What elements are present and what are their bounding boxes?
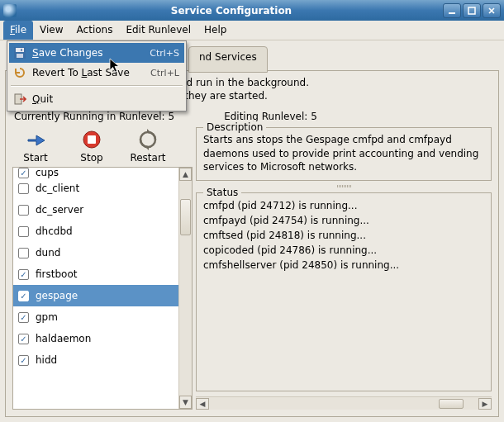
status-line: cmfpd (pid 24712) is running... bbox=[203, 198, 484, 213]
menu-actions[interactable]: Actions bbox=[70, 21, 120, 40]
service-label: firstboot bbox=[36, 268, 77, 280]
file-menu-dropdown: Save Changes Ctrl+S Revert To Last Save … bbox=[7, 40, 187, 111]
service-row-firstboot[interactable]: ✓firstboot bbox=[13, 263, 178, 285]
service-row-haldaemon[interactable]: ✓haldaemon bbox=[13, 328, 178, 349]
service-toolbar: Start Stop Restart bbox=[12, 127, 193, 167]
description-legend: Description bbox=[203, 121, 266, 133]
service-row-hidd[interactable]: ✓hidd bbox=[13, 349, 178, 371]
menu-item-label: Save Changes bbox=[32, 47, 145, 59]
stop-button[interactable]: Stop bbox=[72, 129, 112, 164]
svg-rect-1 bbox=[468, 7, 475, 14]
status-frame: Status cmfpd (pid 24712) is running...cm… bbox=[196, 192, 492, 391]
menu-item-label: Quit bbox=[32, 93, 179, 105]
description-text: Starts ans stops the Gespage cmfpd and c… bbox=[203, 133, 484, 173]
close-button[interactable] bbox=[483, 3, 501, 18]
checkbox[interactable]: ✓ bbox=[18, 355, 29, 366]
menu-view[interactable]: View bbox=[33, 21, 69, 40]
tab-panel: These services are started once and run … bbox=[5, 70, 499, 417]
exit-icon bbox=[12, 92, 27, 106]
checkbox[interactable]: ✓ bbox=[18, 291, 29, 301]
status-line: cmftsed (pid 24818) is running... bbox=[203, 228, 484, 243]
start-button[interactable]: Start bbox=[16, 129, 55, 164]
service-row-dund[interactable]: dund bbox=[13, 242, 178, 263]
service-row-dc_server[interactable]: dc_server bbox=[13, 199, 178, 220]
checkbox[interactable] bbox=[18, 226, 29, 237]
checkbox[interactable]: ✓ bbox=[18, 334, 29, 344]
menu-edit-runlevel[interactable]: Edit Runlevel bbox=[119, 21, 197, 40]
floppy-icon bbox=[12, 46, 27, 59]
status-legend: Status bbox=[203, 187, 241, 198]
scroll-up-button[interactable]: ▲ bbox=[179, 168, 192, 181]
checkbox[interactable] bbox=[18, 183, 29, 194]
service-row-dhcdbd[interactable]: dhcdbd bbox=[13, 220, 178, 242]
checkbox[interactable]: ✓ bbox=[18, 168, 29, 178]
menu-item-quit[interactable]: Quit bbox=[9, 89, 184, 109]
vertical-scrollbar[interactable]: ▲ ▼ bbox=[178, 168, 192, 409]
status-line: cmfshellserver (pid 24850) is running... bbox=[203, 258, 484, 273]
status-line: cmfpayd (pid 24754) is running... bbox=[203, 213, 484, 228]
svg-rect-8 bbox=[88, 135, 96, 144]
svg-rect-4 bbox=[17, 54, 23, 58]
scroll-down-button[interactable]: ▼ bbox=[179, 396, 192, 409]
service-label: dc_client bbox=[36, 183, 79, 194]
menu-item-revert[interactable]: Revert To Last Save Ctrl+L bbox=[9, 63, 184, 83]
description-frame: Description Starts ans stops the Gespage… bbox=[196, 127, 492, 181]
stop-icon bbox=[81, 129, 102, 150]
arrow-right-icon bbox=[25, 129, 46, 150]
window-title: Service Configuration bbox=[21, 5, 441, 17]
tab-on-demand-services[interactable]: nd Services bbox=[188, 46, 268, 73]
menu-item-accel: Ctrl+L bbox=[150, 68, 179, 78]
scroll-right-button[interactable]: ▶ bbox=[478, 398, 492, 410]
service-label: gespage bbox=[36, 290, 78, 301]
service-label: dund bbox=[36, 247, 60, 258]
menu-file[interactable]: File bbox=[3, 21, 33, 40]
menu-item-label: Revert To Last Save bbox=[32, 67, 145, 78]
menu-item-accel: Ctrl+S bbox=[150, 48, 179, 59]
service-row-dc_client[interactable]: dc_client bbox=[13, 178, 178, 199]
status-text: cmfpd (pid 24712) is running...cmfpayd (… bbox=[203, 198, 484, 273]
service-label: dc_server bbox=[36, 204, 83, 216]
checkbox[interactable]: ✓ bbox=[18, 312, 29, 323]
scroll-thumb[interactable] bbox=[439, 399, 464, 409]
service-row-gpm[interactable]: ✓gpm bbox=[13, 306, 178, 328]
revert-icon bbox=[12, 66, 27, 79]
horizontal-scrollbar[interactable]: ◀ ▶ bbox=[196, 396, 492, 410]
app-icon bbox=[3, 4, 17, 17]
svg-rect-5 bbox=[21, 49, 22, 51]
service-label: gpm bbox=[36, 311, 58, 323]
services-listbox[interactable]: ✓cupsdc_clientdc_serverdhcdbddund✓firstb… bbox=[12, 167, 193, 410]
restart-button[interactable]: Restart bbox=[128, 129, 168, 164]
toolbar-label: Restart bbox=[130, 152, 165, 164]
scroll-thumb[interactable] bbox=[180, 199, 191, 235]
menubar: File View Actions Edit Runlevel Help bbox=[0, 21, 504, 40]
status-line: copicoded (pid 24786) is running... bbox=[203, 243, 484, 258]
checkbox[interactable]: ✓ bbox=[18, 269, 29, 280]
minimize-button[interactable] bbox=[443, 3, 461, 18]
pane-grip[interactable] bbox=[319, 184, 368, 189]
menu-item-save-changes[interactable]: Save Changes Ctrl+S bbox=[9, 43, 184, 63]
maximize-button[interactable] bbox=[463, 3, 481, 18]
service-label: haldaemon bbox=[36, 333, 91, 344]
tab-label: nd Services bbox=[199, 51, 257, 63]
checkbox[interactable] bbox=[18, 248, 29, 258]
right-column: Description Starts ans stops the Gespage… bbox=[196, 127, 492, 410]
menu-separator bbox=[11, 85, 183, 87]
runlevel-info: Currently Running in Runlevel: 5 Editing… bbox=[14, 111, 492, 122]
service-row-gespage[interactable]: ✓gespage bbox=[13, 285, 178, 306]
toolbar-label: Start bbox=[23, 152, 47, 164]
toolbar-label: Stop bbox=[80, 152, 102, 164]
scroll-left-button[interactable]: ◀ bbox=[196, 398, 209, 410]
menu-help[interactable]: Help bbox=[197, 21, 233, 40]
service-label: cups bbox=[36, 168, 59, 178]
service-label: dhcdbd bbox=[36, 225, 73, 237]
reload-icon bbox=[137, 129, 159, 150]
checkbox[interactable] bbox=[18, 205, 29, 216]
svg-rect-0 bbox=[449, 12, 455, 14]
left-column: Start Stop Restart ✓cupsdc_clientdc_serv… bbox=[12, 127, 193, 410]
svg-rect-3 bbox=[16, 48, 24, 52]
service-label: hidd bbox=[36, 354, 57, 366]
service-row-cups[interactable]: ✓cups bbox=[13, 168, 178, 178]
titlebar: Service Configuration bbox=[0, 0, 504, 21]
